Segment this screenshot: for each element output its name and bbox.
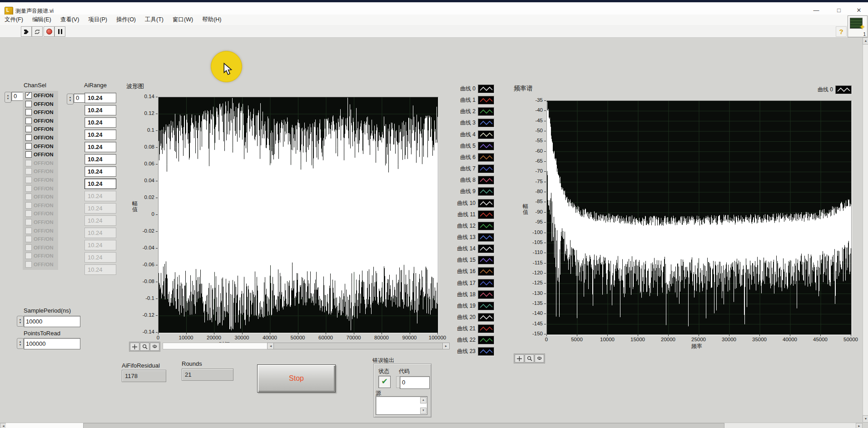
waveform-legend-item-4[interactable]: 曲线 4 bbox=[452, 130, 494, 139]
scroll-up-icon[interactable]: ▲ bbox=[863, 37, 868, 45]
scrollbar-thumb[interactable] bbox=[83, 423, 724, 428]
airange-value-1[interactable]: 10.24 bbox=[84, 105, 116, 115]
waveform-legend-item-15[interactable]: 曲线 15 bbox=[452, 256, 494, 264]
waveform-legend-item-7[interactable]: 曲线 7 bbox=[452, 164, 494, 173]
waveform-legend-item-8[interactable]: 曲线 8 bbox=[452, 176, 494, 184]
stop-button[interactable]: Stop bbox=[257, 364, 336, 393]
waveform-legend-item-10[interactable]: 曲线 10 bbox=[452, 199, 494, 208]
chansel-row-19[interactable]: OFF/ON bbox=[25, 253, 53, 259]
chansel-row-18[interactable]: OFF/ON bbox=[25, 244, 53, 251]
chansel-index-value[interactable]: 0 bbox=[11, 92, 24, 101]
chansel-row-13[interactable]: OFF/ON bbox=[25, 202, 53, 209]
menu-item-7[interactable]: 帮助(H) bbox=[198, 15, 226, 25]
menu-item-2[interactable]: 查看(V) bbox=[56, 15, 84, 25]
pan-tool-icon[interactable] bbox=[150, 343, 159, 351]
waveform-legend-item-16[interactable]: 曲线 16 bbox=[452, 267, 494, 276]
menu-item-3[interactable]: 项目(P) bbox=[84, 15, 112, 25]
airange-value-2[interactable]: 10.24 bbox=[84, 117, 116, 128]
airange-value-9[interactable]: 10.24 bbox=[84, 203, 116, 214]
waveform-legend-item-19[interactable]: 曲线 19 bbox=[452, 302, 494, 310]
abort-button[interactable] bbox=[44, 26, 55, 37]
checkbox[interactable] bbox=[25, 236, 32, 242]
airange-value-7[interactable]: 10.24 bbox=[84, 179, 116, 189]
chansel-index-spinner[interactable]: ▲▼ bbox=[5, 92, 11, 103]
checkbox[interactable] bbox=[25, 202, 32, 209]
chansel-row-12[interactable]: OFF/ON bbox=[25, 194, 53, 200]
checkbox[interactable] bbox=[25, 126, 32, 132]
checkbox[interactable] bbox=[25, 109, 32, 115]
airange-value-8[interactable]: 10.24 bbox=[84, 191, 116, 201]
checkbox[interactable] bbox=[25, 118, 32, 124]
menu-item-0[interactable]: 文件(F) bbox=[0, 15, 28, 25]
waveform-legend-item-2[interactable]: 曲线 2 bbox=[452, 107, 494, 116]
waveform-scroll-right-icon[interactable]: ► bbox=[442, 343, 450, 349]
menu-item-4[interactable]: 操作(O) bbox=[112, 15, 140, 25]
waveform-legend-item-21[interactable]: 曲线 21 bbox=[452, 324, 494, 333]
checkbox[interactable] bbox=[25, 185, 32, 192]
horizontal-scrollbar[interactable]: ◄ ► bbox=[0, 423, 863, 428]
waveform-legend-item-13[interactable]: 曲线 13 bbox=[452, 233, 494, 242]
waveform-legend-item-17[interactable]: 曲线 17 bbox=[452, 279, 494, 288]
airange-index-value[interactable]: 0 bbox=[74, 94, 85, 103]
chansel-row-20[interactable]: OFF/ON bbox=[25, 261, 53, 268]
points-to-read-value[interactable]: 100000 bbox=[24, 338, 80, 349]
waveform-legend-item-18[interactable]: 曲线 18 bbox=[452, 290, 494, 299]
run-continuous-button[interactable] bbox=[32, 26, 43, 37]
airange-value-3[interactable]: 10.24 bbox=[84, 129, 116, 140]
airange-index-spinner[interactable]: ▲▼ bbox=[67, 94, 74, 105]
airange-value-12[interactable]: 10.24 bbox=[84, 240, 116, 250]
scrollbar-track[interactable] bbox=[6, 423, 83, 428]
checkbox[interactable] bbox=[25, 101, 32, 107]
checkbox[interactable] bbox=[25, 168, 32, 174]
airange-value-0[interactable]: 10.24 bbox=[84, 93, 116, 103]
cursor-move-tool-icon[interactable] bbox=[515, 354, 524, 363]
checkbox[interactable] bbox=[25, 261, 32, 268]
chansel-row-14[interactable]: OFF/ON bbox=[25, 210, 53, 217]
chansel-row-11[interactable]: OFF/ON bbox=[25, 185, 53, 192]
checkbox[interactable] bbox=[25, 177, 32, 183]
chansel-row-10[interactable]: OFF/ON bbox=[25, 177, 53, 183]
menu-item-6[interactable]: 窗口(W) bbox=[168, 15, 198, 25]
checkbox[interactable] bbox=[25, 160, 32, 166]
titlebar[interactable]: L 测量声音频谱.vi — □ ✕ bbox=[0, 2, 868, 15]
chansel-row-17[interactable]: OFF/ON bbox=[25, 236, 53, 242]
sample-period-value[interactable]: 10000 bbox=[24, 316, 80, 327]
scroll-down-icon[interactable]: ▼ bbox=[420, 408, 427, 414]
menu-item-5[interactable]: 工具(T) bbox=[140, 15, 168, 25]
checkbox[interactable] bbox=[25, 244, 32, 251]
points-to-read-spinner[interactable]: ▲▼ bbox=[17, 338, 24, 349]
scroll-down-icon[interactable]: ▼ bbox=[863, 415, 868, 423]
checkbox[interactable] bbox=[25, 151, 32, 158]
chansel-row-3[interactable]: OFF/ON bbox=[25, 118, 53, 124]
waveform-legend-item-5[interactable]: 曲线 5 bbox=[452, 142, 494, 150]
checkbox[interactable] bbox=[25, 219, 32, 225]
pan-tool-icon[interactable] bbox=[535, 354, 544, 363]
waveform-legend-item-23[interactable]: 曲线 23 bbox=[452, 347, 494, 356]
vi-icon[interactable]: ✦ 1 bbox=[848, 15, 868, 37]
waveform-legend-item-11[interactable]: 曲线 11 bbox=[452, 210, 494, 219]
waveform-legend-item-14[interactable]: 曲线 14 bbox=[452, 244, 494, 253]
chansel-row-9[interactable]: OFF/ON bbox=[25, 168, 53, 174]
checkbox[interactable] bbox=[25, 210, 32, 217]
waveform-legend-item-1[interactable]: 曲线 1 bbox=[452, 96, 494, 105]
chansel-row-6[interactable]: OFF/ON bbox=[25, 143, 53, 149]
airange-value-6[interactable]: 10.24 bbox=[84, 166, 116, 177]
chansel-row-4[interactable]: OFF/ON bbox=[25, 126, 53, 132]
run-button[interactable] bbox=[21, 26, 32, 37]
zoom-tool-icon[interactable] bbox=[525, 354, 534, 363]
menu-item-1[interactable]: 编辑(E) bbox=[28, 15, 56, 25]
vertical-scrollbar[interactable]: ▲ ▼ bbox=[863, 37, 868, 423]
chansel-row-16[interactable]: OFF/ON bbox=[25, 228, 53, 234]
chansel-row-0[interactable]: ✓OFF/ON bbox=[25, 92, 53, 99]
airange-value-10[interactable]: 10.24 bbox=[84, 215, 116, 226]
zoom-tool-icon[interactable] bbox=[140, 343, 149, 351]
waveform-legend-item-22[interactable]: 曲线 22 bbox=[452, 336, 494, 344]
chansel-row-5[interactable]: OFF/ON bbox=[25, 134, 53, 141]
chansel-row-7[interactable]: OFF/ON bbox=[25, 151, 53, 158]
error-status-led[interactable]: ✔ bbox=[378, 376, 391, 388]
pause-button[interactable] bbox=[55, 26, 65, 37]
waveform-legend-item-3[interactable]: 曲线 3 bbox=[452, 119, 494, 127]
airange-value-11[interactable]: 10.24 bbox=[84, 228, 116, 238]
checkbox[interactable] bbox=[25, 228, 32, 234]
sample-period-spinner[interactable]: ▲▼ bbox=[17, 316, 24, 327]
